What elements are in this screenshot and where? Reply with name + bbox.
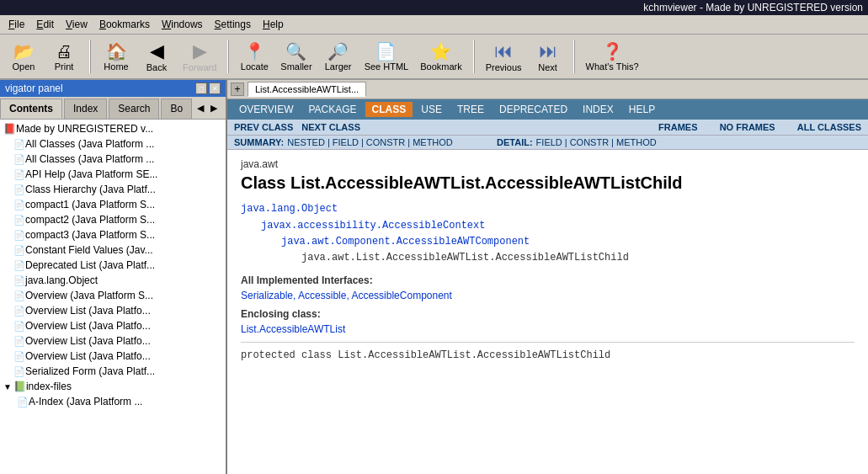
tab-more-left[interactable]: ◀ <box>194 97 207 119</box>
next-class-link[interactable]: NEXT CLASS <box>301 122 360 132</box>
print-button[interactable]: 🖨 Print <box>45 39 83 74</box>
tree-item-label: Constant Field Values (Jav... <box>25 244 153 256</box>
menu-bookmarks[interactable]: Bookmarks <box>94 17 155 32</box>
summary-field[interactable]: FIELD <box>333 137 359 147</box>
list-item[interactable]: 📄 Serialized Form (Java Platf... <box>0 364 226 379</box>
locate-button[interactable]: 📍 Locate <box>236 39 273 74</box>
add-tab-button[interactable]: + <box>231 83 244 96</box>
frames-link[interactable]: FRAMES <box>658 122 697 132</box>
list-item[interactable]: 📄 API Help (Java Platform SE... <box>0 167 226 182</box>
list-item[interactable]: 📄 Overview List (Java Platfo... <box>0 303 226 318</box>
previous-button[interactable]: ⏮ Previous <box>482 38 526 75</box>
page-tab-active[interactable]: List.AccessibleAWTList... <box>248 82 366 97</box>
menu-help[interactable]: Help <box>258 17 289 32</box>
tab-search[interactable]: Search <box>109 99 159 119</box>
title-bar: kchmviewer - Made by UNREGISTERED versio… <box>0 0 868 15</box>
open-button[interactable]: 📂 Open <box>5 39 42 74</box>
detail-method[interactable]: METHOD <box>616 137 657 147</box>
hierarchy-link-1[interactable]: javax.accessibility.AccessibleContext <box>261 220 485 232</box>
page-icon: 📄 <box>13 260 25 271</box>
nav-use[interactable]: USE <box>414 102 449 117</box>
list-item[interactable]: 📄 compact1 (Java Platform S... <box>0 197 226 212</box>
tree-item-label: Overview (Java Platform S... <box>25 290 153 301</box>
page-icon: 📄 <box>13 306 25 317</box>
summary-constr[interactable]: CONSTR <box>366 137 405 147</box>
list-item[interactable]: 📄 All Classes (Java Platform ... <box>0 152 226 167</box>
secondary-nav: PREV CLASS NEXT CLASS FRAMES NO FRAMES A… <box>227 120 868 136</box>
enclosing-label: Enclosing class: <box>241 308 855 320</box>
home-icon: 🏠 <box>106 41 127 61</box>
smaller-button[interactable]: 🔍 Smaller <box>276 39 316 74</box>
no-frames-link[interactable]: NO FRAMES <box>720 122 775 132</box>
nav-deprecated[interactable]: DEPRECATED <box>493 102 574 117</box>
list-item[interactable]: 📄 Deprecated List (Java Platf... <box>0 258 226 273</box>
all-implemented-label: All Implemented Interfaces: <box>241 274 855 286</box>
next-icon: ⏭ <box>539 40 557 62</box>
all-classes-link[interactable]: ALL CLASSES <box>797 122 861 132</box>
bookmark-button[interactable]: ⭐ Bookmark <box>416 39 466 74</box>
see-html-icon: 📄 <box>375 41 397 61</box>
menu-windows[interactable]: Windows <box>157 17 208 32</box>
list-item[interactable]: 📄 compact2 (Java Platform S... <box>0 212 226 227</box>
prev-class-link[interactable]: PREV CLASS <box>234 122 293 132</box>
enclosing-link[interactable]: List.AccessibleAWTList <box>241 323 345 335</box>
summary-label: SUMMARY: <box>234 137 284 147</box>
home-button[interactable]: 🏠 Home <box>98 39 135 74</box>
page-icon: 📄 <box>13 200 25 210</box>
whats-this-button[interactable]: ❓ What's This? <box>582 39 643 74</box>
serializable-link[interactable]: Serializable <box>241 290 293 301</box>
menu-view[interactable]: View <box>61 17 93 32</box>
back-icon: ◀ <box>150 40 164 62</box>
page-icon: 📄 <box>13 351 25 362</box>
toolbar: 📂 Open 🖨 Print 🏠 Home ◀ Back ▶ Forward 📍… <box>0 35 868 80</box>
list-item[interactable]: 📄 A-Index (Java Platform ... <box>0 394 226 409</box>
accessible-component-link[interactable]: AccessibleComponent <box>351 290 451 301</box>
all-implemented-content: Serializable, Accessible, AccessibleComp… <box>241 290 855 301</box>
summary-method[interactable]: METHOD <box>413 137 453 147</box>
list-item[interactable]: 📄 Overview (Java Platform S... <box>0 288 226 303</box>
list-item[interactable]: 📄 All Classes (Java Platform ... <box>0 136 226 152</box>
tab-index[interactable]: Index <box>64 99 107 119</box>
hierarchy-link-0[interactable]: java.lang.Object <box>241 203 338 215</box>
list-item[interactable]: 📄 compact3 (Java Platform S... <box>0 227 226 242</box>
panel-close-button[interactable]: ✕ <box>209 83 221 94</box>
forward-button[interactable]: ▶ Forward <box>178 38 221 75</box>
detail-field[interactable]: FIELD <box>536 137 562 147</box>
list-item[interactable]: 📄 java.lang.Object <box>0 273 226 288</box>
tab-contents[interactable]: Contents <box>0 99 62 119</box>
panel-restore-button[interactable]: ◻ <box>195 83 207 94</box>
tree-item-label: API Help (Java Platform SE... <box>25 168 157 180</box>
next-button[interactable]: ⏭ Next <box>530 38 567 75</box>
list-item[interactable]: 📕 Made by UNREGISTERED v... <box>0 121 226 136</box>
page-icon: 📄 <box>17 397 29 407</box>
nav-index[interactable]: INDEX <box>576 102 620 117</box>
nav-overview[interactable]: OVERVIEW <box>232 102 300 117</box>
panel-title: vigator panel <box>5 83 63 94</box>
detail-constr[interactable]: CONSTR <box>570 137 609 147</box>
list-item[interactable]: ▼ 📗 index-files <box>0 379 226 394</box>
list-item[interactable]: 📄 Class Hierarchy (Java Platf... <box>0 182 226 197</box>
tree-item-label: index-files <box>26 381 72 392</box>
tree-item-label: Made by UNREGISTERED v... <box>16 123 153 135</box>
nav-package[interactable]: PACKAGE <box>301 102 363 117</box>
nav-help[interactable]: HELP <box>622 102 662 117</box>
list-item[interactable]: 📄 Overview List (Java Platfo... <box>0 349 226 364</box>
larger-button[interactable]: 🔎 Larger <box>320 39 357 74</box>
see-html-button[interactable]: 📄 See HTML <box>360 39 413 74</box>
menu-edit[interactable]: Edit <box>31 17 59 32</box>
tab-more-right[interactable]: ▶ <box>207 97 221 119</box>
list-item[interactable]: 📄 Overview List (Java Platfo... <box>0 333 226 349</box>
menu-settings[interactable]: Settings <box>210 17 256 32</box>
back-button[interactable]: ◀ Back <box>138 38 175 75</box>
nav-bar: OVERVIEW PACKAGE CLASS USE TREE DEPRECAT… <box>227 99 868 120</box>
nav-tree[interactable]: TREE <box>450 102 491 117</box>
summary-nested[interactable]: NESTED <box>287 137 325 147</box>
tab-bo[interactable]: Bo <box>161 99 192 119</box>
list-item[interactable]: 📄 Constant Field Values (Jav... <box>0 242 226 258</box>
accessible-link[interactable]: Accessible <box>298 290 346 301</box>
list-item[interactable]: 📄 Overview List (Java Platfo... <box>0 318 226 333</box>
nav-class[interactable]: CLASS <box>365 102 413 117</box>
hierarchy-link-2[interactable]: java.awt.Component.AccessibleAWTComponen… <box>281 236 530 248</box>
page-icon: 📄 <box>13 169 25 180</box>
menu-file[interactable]: File <box>3 17 29 32</box>
